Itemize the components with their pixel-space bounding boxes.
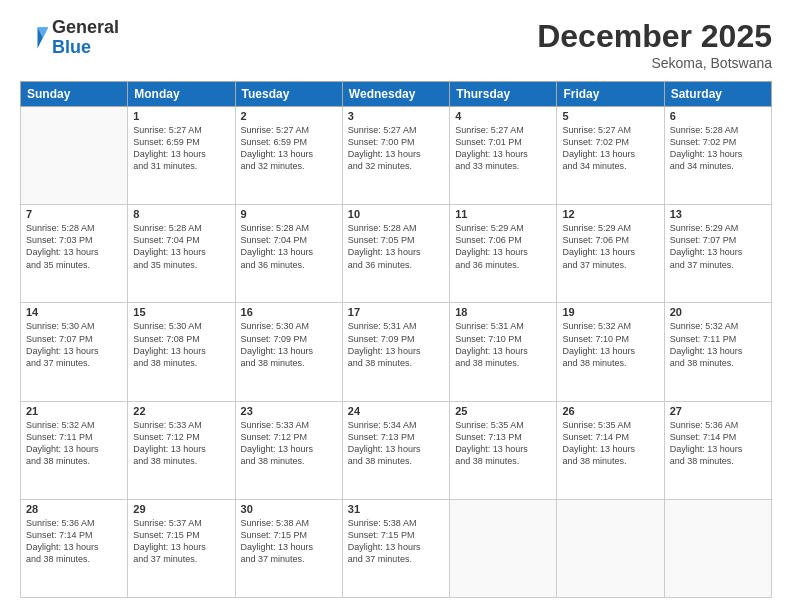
day-info: Sunrise: 5:27 AM Sunset: 6:59 PM Dayligh… [241,124,337,173]
weekday-header: Tuesday [235,82,342,107]
calendar-cell: 30Sunrise: 5:38 AM Sunset: 7:15 PM Dayli… [235,499,342,597]
calendar-cell: 12Sunrise: 5:29 AM Sunset: 7:06 PM Dayli… [557,205,664,303]
day-info: Sunrise: 5:38 AM Sunset: 7:15 PM Dayligh… [348,517,444,566]
day-info: Sunrise: 5:27 AM Sunset: 7:00 PM Dayligh… [348,124,444,173]
weekday-header: Wednesday [342,82,449,107]
weekday-header: Friday [557,82,664,107]
calendar-cell: 13Sunrise: 5:29 AM Sunset: 7:07 PM Dayli… [664,205,771,303]
day-info: Sunrise: 5:28 AM Sunset: 7:05 PM Dayligh… [348,222,444,271]
calendar-cell: 25Sunrise: 5:35 AM Sunset: 7:13 PM Dayli… [450,401,557,499]
day-number: 11 [455,208,551,220]
calendar-cell: 14Sunrise: 5:30 AM Sunset: 7:07 PM Dayli… [21,303,128,401]
day-number: 28 [26,503,122,515]
calendar-cell: 22Sunrise: 5:33 AM Sunset: 7:12 PM Dayli… [128,401,235,499]
day-info: Sunrise: 5:32 AM Sunset: 7:11 PM Dayligh… [26,419,122,468]
weekday-row: SundayMondayTuesdayWednesdayThursdayFrid… [21,82,772,107]
day-info: Sunrise: 5:27 AM Sunset: 7:02 PM Dayligh… [562,124,658,173]
day-number: 5 [562,110,658,122]
day-info: Sunrise: 5:28 AM Sunset: 7:04 PM Dayligh… [241,222,337,271]
calendar-cell: 6Sunrise: 5:28 AM Sunset: 7:02 PM Daylig… [664,107,771,205]
calendar-cell [664,499,771,597]
day-number: 25 [455,405,551,417]
day-info: Sunrise: 5:31 AM Sunset: 7:09 PM Dayligh… [348,320,444,369]
calendar-cell: 18Sunrise: 5:31 AM Sunset: 7:10 PM Dayli… [450,303,557,401]
calendar-cell [450,499,557,597]
day-info: Sunrise: 5:32 AM Sunset: 7:11 PM Dayligh… [670,320,766,369]
day-info: Sunrise: 5:35 AM Sunset: 7:13 PM Dayligh… [455,419,551,468]
day-number: 27 [670,405,766,417]
weekday-header: Monday [128,82,235,107]
day-number: 31 [348,503,444,515]
day-number: 23 [241,405,337,417]
calendar-table: SundayMondayTuesdayWednesdayThursdayFrid… [20,81,772,598]
calendar-cell: 19Sunrise: 5:32 AM Sunset: 7:10 PM Dayli… [557,303,664,401]
calendar-cell [21,107,128,205]
day-info: Sunrise: 5:35 AM Sunset: 7:14 PM Dayligh… [562,419,658,468]
calendar-week-row: 1Sunrise: 5:27 AM Sunset: 6:59 PM Daylig… [21,107,772,205]
calendar-cell: 27Sunrise: 5:36 AM Sunset: 7:14 PM Dayli… [664,401,771,499]
day-number: 6 [670,110,766,122]
day-info: Sunrise: 5:38 AM Sunset: 7:15 PM Dayligh… [241,517,337,566]
calendar-cell: 2Sunrise: 5:27 AM Sunset: 6:59 PM Daylig… [235,107,342,205]
day-info: Sunrise: 5:29 AM Sunset: 7:07 PM Dayligh… [670,222,766,271]
calendar-cell: 26Sunrise: 5:35 AM Sunset: 7:14 PM Dayli… [557,401,664,499]
title-block: December 2025 Sekoma, Botswana [537,18,772,71]
day-number: 2 [241,110,337,122]
day-info: Sunrise: 5:28 AM Sunset: 7:03 PM Dayligh… [26,222,122,271]
day-info: Sunrise: 5:33 AM Sunset: 7:12 PM Dayligh… [133,419,229,468]
calendar-cell: 29Sunrise: 5:37 AM Sunset: 7:15 PM Dayli… [128,499,235,597]
day-info: Sunrise: 5:34 AM Sunset: 7:13 PM Dayligh… [348,419,444,468]
weekday-header: Thursday [450,82,557,107]
day-info: Sunrise: 5:28 AM Sunset: 7:02 PM Dayligh… [670,124,766,173]
calendar-cell: 8Sunrise: 5:28 AM Sunset: 7:04 PM Daylig… [128,205,235,303]
day-number: 7 [26,208,122,220]
calendar-cell: 24Sunrise: 5:34 AM Sunset: 7:13 PM Dayli… [342,401,449,499]
logo: General Blue [20,18,119,58]
day-number: 19 [562,306,658,318]
day-info: Sunrise: 5:28 AM Sunset: 7:04 PM Dayligh… [133,222,229,271]
calendar-cell: 17Sunrise: 5:31 AM Sunset: 7:09 PM Dayli… [342,303,449,401]
day-number: 3 [348,110,444,122]
day-info: Sunrise: 5:37 AM Sunset: 7:15 PM Dayligh… [133,517,229,566]
location: Sekoma, Botswana [537,55,772,71]
day-number: 21 [26,405,122,417]
calendar-cell: 15Sunrise: 5:30 AM Sunset: 7:08 PM Dayli… [128,303,235,401]
day-number: 15 [133,306,229,318]
day-info: Sunrise: 5:36 AM Sunset: 7:14 PM Dayligh… [670,419,766,468]
calendar-cell: 31Sunrise: 5:38 AM Sunset: 7:15 PM Dayli… [342,499,449,597]
calendar-cell: 5Sunrise: 5:27 AM Sunset: 7:02 PM Daylig… [557,107,664,205]
day-info: Sunrise: 5:36 AM Sunset: 7:14 PM Dayligh… [26,517,122,566]
day-number: 30 [241,503,337,515]
day-info: Sunrise: 5:30 AM Sunset: 7:08 PM Dayligh… [133,320,229,369]
day-number: 16 [241,306,337,318]
day-info: Sunrise: 5:32 AM Sunset: 7:10 PM Dayligh… [562,320,658,369]
day-number: 10 [348,208,444,220]
logo-blue-text: Blue [52,37,91,57]
day-number: 4 [455,110,551,122]
logo-icon [20,24,48,52]
calendar-cell: 11Sunrise: 5:29 AM Sunset: 7:06 PM Dayli… [450,205,557,303]
calendar-cell: 23Sunrise: 5:33 AM Sunset: 7:12 PM Dayli… [235,401,342,499]
calendar-cell: 16Sunrise: 5:30 AM Sunset: 7:09 PM Dayli… [235,303,342,401]
day-number: 24 [348,405,444,417]
day-info: Sunrise: 5:27 AM Sunset: 7:01 PM Dayligh… [455,124,551,173]
day-number: 9 [241,208,337,220]
day-info: Sunrise: 5:30 AM Sunset: 7:07 PM Dayligh… [26,320,122,369]
day-info: Sunrise: 5:29 AM Sunset: 7:06 PM Dayligh… [562,222,658,271]
page-header: General Blue December 2025 Sekoma, Botsw… [20,18,772,71]
calendar-cell: 10Sunrise: 5:28 AM Sunset: 7:05 PM Dayli… [342,205,449,303]
day-info: Sunrise: 5:29 AM Sunset: 7:06 PM Dayligh… [455,222,551,271]
calendar-cell: 1Sunrise: 5:27 AM Sunset: 6:59 PM Daylig… [128,107,235,205]
day-number: 12 [562,208,658,220]
calendar-cell: 28Sunrise: 5:36 AM Sunset: 7:14 PM Dayli… [21,499,128,597]
logo-general-text: General [52,17,119,37]
calendar-cell [557,499,664,597]
day-info: Sunrise: 5:31 AM Sunset: 7:10 PM Dayligh… [455,320,551,369]
calendar-week-row: 14Sunrise: 5:30 AM Sunset: 7:07 PM Dayli… [21,303,772,401]
calendar-body: 1Sunrise: 5:27 AM Sunset: 6:59 PM Daylig… [21,107,772,598]
day-number: 29 [133,503,229,515]
calendar-cell: 9Sunrise: 5:28 AM Sunset: 7:04 PM Daylig… [235,205,342,303]
calendar-cell: 7Sunrise: 5:28 AM Sunset: 7:03 PM Daylig… [21,205,128,303]
day-info: Sunrise: 5:27 AM Sunset: 6:59 PM Dayligh… [133,124,229,173]
calendar-cell: 20Sunrise: 5:32 AM Sunset: 7:11 PM Dayli… [664,303,771,401]
